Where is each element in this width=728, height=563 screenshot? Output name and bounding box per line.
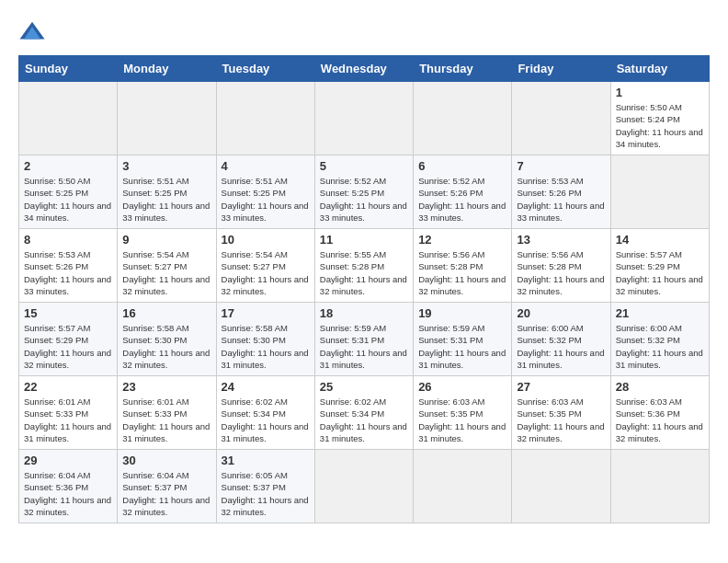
empty-cell: [118, 82, 216, 155]
day-info: Sunrise: 6:00 AMSunset: 5:32 PMDaylight:…: [616, 323, 703, 370]
calendar-cell-12: 12Sunrise: 5:56 AMSunset: 5:28 PMDayligh…: [414, 229, 512, 303]
calendar-cell-25: 25Sunrise: 6:02 AMSunset: 5:34 PMDayligh…: [314, 376, 413, 450]
day-number: 20: [517, 306, 605, 320]
calendar-cell-23: 23Sunrise: 6:01 AMSunset: 5:33 PMDayligh…: [118, 376, 216, 450]
calendar-week-4: 15Sunrise: 5:57 AMSunset: 5:29 PMDayligh…: [19, 303, 710, 376]
day-info: Sunrise: 5:51 AMSunset: 5:25 PMDaylight:…: [122, 176, 210, 223]
calendar-cell-7: 7Sunrise: 5:53 AMSunset: 5:26 PMDaylight…: [512, 155, 610, 229]
header-thursday: Thursday: [414, 56, 512, 82]
day-info: Sunrise: 5:56 AMSunset: 5:28 PMDaylight:…: [418, 249, 506, 296]
calendar-cell-9: 9Sunrise: 5:54 AMSunset: 5:27 PMDaylight…: [118, 229, 216, 303]
day-number: 8: [24, 233, 112, 247]
calendar-cell-31: 31Sunrise: 6:05 AMSunset: 5:37 PMDayligh…: [216, 450, 314, 523]
day-number: 4: [222, 159, 310, 173]
calendar-cell-14: 14Sunrise: 5:57 AMSunset: 5:29 PMDayligh…: [610, 229, 709, 303]
day-number: 27: [517, 380, 605, 394]
calendar-cell-29: 29Sunrise: 6:04 AMSunset: 5:36 PMDayligh…: [19, 450, 118, 523]
day-info: Sunrise: 6:04 AMSunset: 5:36 PMDaylight:…: [24, 470, 111, 517]
calendar-cell-empty: [314, 450, 413, 523]
day-info: Sunrise: 6:03 AMSunset: 5:36 PMDaylight:…: [616, 396, 703, 443]
calendar-week-5: 22Sunrise: 6:01 AMSunset: 5:33 PMDayligh…: [19, 376, 710, 450]
calendar-cell-19: 19Sunrise: 5:59 AMSunset: 5:31 PMDayligh…: [414, 303, 512, 376]
day-number: 23: [122, 380, 210, 394]
day-number: 6: [418, 159, 506, 173]
empty-cell: [314, 82, 413, 155]
day-info: Sunrise: 6:04 AMSunset: 5:37 PMDaylight:…: [122, 470, 210, 517]
header-wednesday: Wednesday: [314, 56, 413, 82]
calendar-cell-4: 4Sunrise: 5:51 AMSunset: 5:25 PMDaylight…: [216, 155, 314, 229]
day-number: 13: [517, 233, 605, 247]
day-number: 10: [222, 233, 310, 247]
calendar-week-1: 1Sunrise: 5:50 AMSunset: 5:24 PMDaylight…: [19, 82, 710, 155]
day-info: Sunrise: 5:50 AMSunset: 5:24 PMDaylight:…: [616, 102, 703, 149]
calendar-body: 1Sunrise: 5:50 AMSunset: 5:24 PMDaylight…: [19, 82, 710, 523]
day-number: 3: [122, 159, 210, 173]
day-number: 15: [24, 306, 112, 320]
calendar-cell-18: 18Sunrise: 5:59 AMSunset: 5:31 PMDayligh…: [314, 303, 413, 376]
calendar-cell-21: 21Sunrise: 6:00 AMSunset: 5:32 PMDayligh…: [610, 303, 709, 376]
day-number: 7: [517, 159, 605, 173]
calendar-cell-20: 20Sunrise: 6:00 AMSunset: 5:32 PMDayligh…: [512, 303, 610, 376]
calendar-cell-6: 6Sunrise: 5:52 AMSunset: 5:26 PMDaylight…: [414, 155, 512, 229]
calendar-header: SundayMondayTuesdayWednesdayThursdayFrid…: [19, 56, 710, 82]
calendar-week-6: 29Sunrise: 6:04 AMSunset: 5:36 PMDayligh…: [19, 450, 710, 523]
day-info: Sunrise: 6:00 AMSunset: 5:32 PMDaylight:…: [517, 323, 604, 370]
calendar-cell-11: 11Sunrise: 5:55 AMSunset: 5:28 PMDayligh…: [314, 229, 413, 303]
day-number: 11: [320, 233, 408, 247]
header-saturday: Saturday: [610, 56, 709, 82]
calendar-cell-16: 16Sunrise: 5:58 AMSunset: 5:30 PMDayligh…: [118, 303, 216, 376]
day-info: Sunrise: 6:03 AMSunset: 5:35 PMDaylight:…: [517, 396, 604, 443]
day-info: Sunrise: 5:50 AMSunset: 5:25 PMDaylight:…: [24, 176, 111, 223]
day-info: Sunrise: 6:02 AMSunset: 5:34 PMDaylight:…: [222, 396, 309, 443]
calendar-cell-5: 5Sunrise: 5:52 AMSunset: 5:25 PMDaylight…: [314, 155, 413, 229]
day-number: 14: [616, 233, 704, 247]
calendar-cell-empty: [610, 450, 709, 523]
day-number: 17: [222, 306, 310, 320]
calendar-cell-27: 27Sunrise: 6:03 AMSunset: 5:35 PMDayligh…: [512, 376, 610, 450]
day-info: Sunrise: 6:01 AMSunset: 5:33 PMDaylight:…: [24, 396, 111, 443]
day-info: Sunrise: 5:52 AMSunset: 5:26 PMDaylight:…: [418, 176, 506, 223]
calendar-week-2: 2Sunrise: 5:50 AMSunset: 5:25 PMDaylight…: [19, 155, 710, 229]
calendar-cell-1: 1Sunrise: 5:50 AMSunset: 5:24 PMDaylight…: [610, 82, 709, 155]
header-friday: Friday: [512, 56, 610, 82]
day-number: 30: [122, 454, 210, 467]
day-number: 18: [320, 306, 408, 320]
day-info: Sunrise: 5:58 AMSunset: 5:30 PMDaylight:…: [122, 323, 210, 370]
calendar-cell-empty: [610, 155, 709, 229]
calendar-cell-28: 28Sunrise: 6:03 AMSunset: 5:36 PMDayligh…: [610, 376, 709, 450]
calendar-cell-empty: [414, 450, 512, 523]
empty-cell: [414, 82, 512, 155]
day-number: 9: [122, 233, 210, 247]
day-info: Sunrise: 5:55 AMSunset: 5:28 PMDaylight:…: [320, 249, 407, 296]
day-number: 21: [616, 306, 704, 320]
day-info: Sunrise: 5:59 AMSunset: 5:31 PMDaylight:…: [418, 323, 506, 370]
day-info: Sunrise: 5:52 AMSunset: 5:25 PMDaylight:…: [320, 176, 407, 223]
day-info: Sunrise: 5:54 AMSunset: 5:27 PMDaylight:…: [222, 249, 309, 296]
calendar-cell-17: 17Sunrise: 5:58 AMSunset: 5:30 PMDayligh…: [216, 303, 314, 376]
calendar-cell-empty: [512, 450, 610, 523]
empty-cell: [19, 82, 118, 155]
calendar-week-3: 8Sunrise: 5:53 AMSunset: 5:26 PMDaylight…: [19, 229, 710, 303]
day-number: 12: [418, 233, 506, 247]
header-tuesday: Tuesday: [216, 56, 314, 82]
calendar-cell-30: 30Sunrise: 6:04 AMSunset: 5:37 PMDayligh…: [118, 450, 216, 523]
day-info: Sunrise: 6:05 AMSunset: 5:37 PMDaylight:…: [222, 470, 309, 517]
header-row: SundayMondayTuesdayWednesdayThursdayFrid…: [19, 56, 710, 82]
day-number: 31: [222, 454, 310, 467]
empty-cell: [512, 82, 610, 155]
day-number: 28: [616, 380, 704, 394]
day-info: Sunrise: 5:57 AMSunset: 5:29 PMDaylight:…: [24, 323, 111, 370]
calendar-cell-10: 10Sunrise: 5:54 AMSunset: 5:27 PMDayligh…: [216, 229, 314, 303]
day-number: 5: [320, 159, 408, 173]
calendar-cell-8: 8Sunrise: 5:53 AMSunset: 5:26 PMDaylight…: [19, 229, 118, 303]
day-info: Sunrise: 6:02 AMSunset: 5:34 PMDaylight:…: [320, 396, 407, 443]
day-number: 26: [418, 380, 506, 394]
logo-icon: [18, 18, 46, 46]
calendar-cell-13: 13Sunrise: 5:56 AMSunset: 5:28 PMDayligh…: [512, 229, 610, 303]
page-header: [18, 18, 710, 46]
day-info: Sunrise: 6:03 AMSunset: 5:35 PMDaylight:…: [418, 396, 506, 443]
day-info: Sunrise: 5:54 AMSunset: 5:27 PMDaylight:…: [122, 249, 210, 296]
calendar-cell-15: 15Sunrise: 5:57 AMSunset: 5:29 PMDayligh…: [19, 303, 118, 376]
day-info: Sunrise: 6:01 AMSunset: 5:33 PMDaylight:…: [122, 396, 210, 443]
logo: [18, 18, 50, 46]
